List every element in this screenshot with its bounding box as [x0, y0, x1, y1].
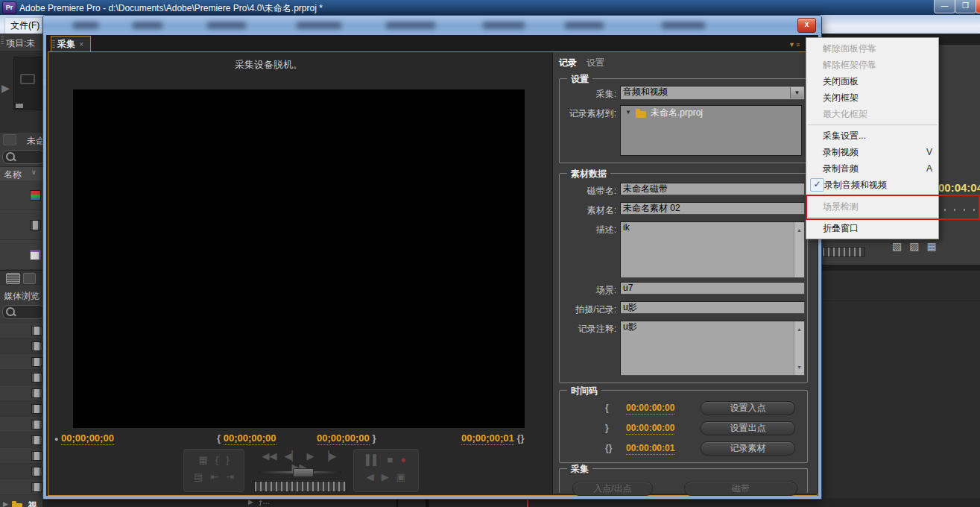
log-clip-timecode[interactable]: 00:00:00:01 [626, 443, 674, 455]
in-bracket-icon[interactable]: { [215, 454, 218, 465]
parent-bin-icon[interactable] [3, 134, 16, 145]
panel-grip [1, 37, 4, 45]
go-to-out-icon[interactable]: ⇥ [226, 471, 234, 482]
expander-icon[interactable]: ▶ [3, 500, 8, 507]
media-item-row[interactable] [0, 432, 45, 448]
project-tab-label[interactable]: 项目:未 [6, 37, 35, 50]
menu-item-close-panel[interactable]: 关闭面板 [806, 73, 938, 89]
menu-item-capture-settings[interactable]: 采集设置... [806, 127, 938, 144]
menu-item-collapse-window[interactable]: 折叠窗口 [806, 220, 938, 236]
media-folder-row[interactable]: ▶ 视 [0, 497, 45, 507]
menu-item-record-audio-video[interactable]: ✓录制音频和视频 [806, 177, 938, 193]
record-icon[interactable]: ● [400, 454, 406, 465]
capture-frame-icon[interactable]: ▣ [396, 471, 405, 482]
media-item-row[interactable] [0, 448, 45, 464]
tab-settings[interactable]: 设置 [587, 57, 604, 69]
panel-menu-button[interactable]: ▼≡ [788, 41, 800, 48]
log-note-textarea[interactable]: u影 ▲▼ [620, 321, 805, 376]
tab-log[interactable]: 记录 [559, 57, 577, 69]
shot-input[interactable]: u影 [620, 301, 805, 314]
menu-file[interactable]: 文件(F) [4, 17, 45, 34]
media-browser-tab[interactable]: 媒体浏览 [4, 290, 39, 303]
scrollbar[interactable]: ▲ [794, 222, 804, 277]
menu-item-close-frame[interactable]: 关闭框架 [806, 89, 938, 106]
menu-item-label: 关闭面板 [823, 73, 922, 89]
in-timecode[interactable]: 00;00;00;00 [224, 432, 276, 445]
thumb-scroll[interactable] [16, 104, 23, 108]
media-item-row[interactable] [0, 464, 45, 479]
screen: Pr Adobe Premiere Pro - d:\Documents\Ado… [0, 0, 980, 507]
clip-name-input[interactable]: 未命名素材 02 [620, 202, 805, 215]
out-timecode[interactable]: 00;00;00;00 [317, 432, 370, 445]
project-search-input[interactable] [2, 150, 45, 164]
lift-icon[interactable]: ▧ [892, 240, 902, 252]
scene-input[interactable]: u7 [620, 282, 805, 295]
media-item-row[interactable] [0, 479, 45, 495]
step-back-icon[interactable]: ◀▏ [285, 450, 300, 462]
step-forward-icon[interactable]: ▕▶ [322, 450, 337, 462]
list-view-icon[interactable] [6, 273, 20, 284]
extract-icon[interactable]: ▨ [909, 240, 919, 252]
media-item-row[interactable] [0, 370, 45, 385]
project-item-row[interactable] [0, 240, 45, 270]
pause-icon[interactable]: ▌▌ [366, 454, 379, 465]
set-in-button[interactable]: 设置入点 [701, 401, 795, 415]
slow-reverse-icon[interactable]: ◀ [367, 471, 374, 482]
transport-left-group: ▦{} ▤⇤⇥ [183, 449, 244, 492]
description-textarea[interactable]: ik ▲ [620, 221, 805, 278]
project-item-row[interactable] [0, 210, 45, 240]
close-button[interactable] [976, 0, 980, 13]
log-to-tree[interactable]: ▼ 未命名.prproj [620, 105, 802, 156]
capture-dropdown[interactable]: 音频和视频 ▼ [620, 86, 805, 100]
out-bracket-icon[interactable]: } [226, 454, 229, 465]
tab-close-icon[interactable]: × [79, 40, 83, 48]
stop-icon[interactable]: ■ [387, 454, 393, 465]
go-to-in-icon[interactable]: ⇤ [210, 471, 218, 482]
current-timecode[interactable]: 00;00;00;00 [61, 432, 114, 445]
menu-item-record-video[interactable]: 录制视频V [806, 144, 938, 160]
restore-button[interactable]: ❐ [955, 0, 976, 13]
log-clip-button[interactable]: 记录素材 [701, 441, 795, 456]
shuttle-knob[interactable] [293, 468, 314, 477]
scrollbar[interactable]: ▲▼ [794, 321, 804, 375]
media-item-row[interactable] [0, 323, 45, 338]
chevron-down-icon[interactable]: ▼ [790, 87, 803, 98]
media-item-row[interactable] [0, 417, 45, 432]
scroll-up-icon[interactable]: ▲ [797, 224, 802, 236]
scroll-down-icon[interactable]: ▼ [797, 362, 802, 373]
play-icon[interactable]: ▶ [307, 450, 314, 462]
menu-shortcut: V [922, 144, 932, 160]
name-column-header[interactable]: 名称 ∨ [0, 166, 45, 181]
set-out-timecode[interactable]: 00:00:00:00 [626, 423, 674, 435]
menu-item-record-audio[interactable]: 录制音频A [806, 160, 938, 177]
project-item-row[interactable] [0, 180, 45, 210]
capture-tab[interactable]: 采集 × [51, 36, 91, 53]
icon-view-icon[interactable] [23, 273, 36, 284]
settings-group-title: 设置 [567, 73, 592, 86]
monitor-jog-bar[interactable] [822, 247, 865, 257]
log-tape-icon[interactable]: ▦ [199, 454, 208, 465]
project-tree-item[interactable]: 未命名.prproj [651, 107, 703, 119]
media-item-row[interactable] [0, 338, 45, 354]
jog-bar[interactable] [254, 481, 347, 492]
duration-timecode[interactable]: 00;00;00;01 [461, 432, 514, 445]
minimize-button[interactable]: — [934, 0, 955, 13]
set-out-button[interactable]: 设置出点 [701, 421, 795, 435]
media-item-row[interactable] [0, 401, 45, 417]
rewind-tape-icon[interactable]: ▤ [194, 471, 203, 482]
scroll-up-icon[interactable]: ▲ [797, 324, 802, 335]
rewind-icon[interactable]: ◀◀ [262, 450, 277, 462]
set-in-timecode[interactable]: 00:00:00:00 [626, 403, 674, 415]
media-search-input[interactable] [2, 305, 45, 319]
capture-window-titlebar[interactable]: x [43, 16, 821, 35]
capture-close-button[interactable]: x [797, 18, 816, 33]
export-frame-icon[interactable]: ▦ [926, 240, 936, 252]
media-item-row[interactable] [0, 354, 45, 370]
tape-name-input[interactable]: 未命名磁带 [620, 183, 805, 195]
chevron-down-icon: ∨ [31, 169, 37, 176]
play-preview-icon[interactable]: ▶ [1, 82, 10, 94]
sequence-icon [30, 190, 41, 201]
slow-play-icon[interactable]: ▶ [382, 471, 389, 482]
tree-expander-icon[interactable]: ▼ [625, 109, 631, 116]
media-item-row[interactable] [0, 385, 45, 401]
